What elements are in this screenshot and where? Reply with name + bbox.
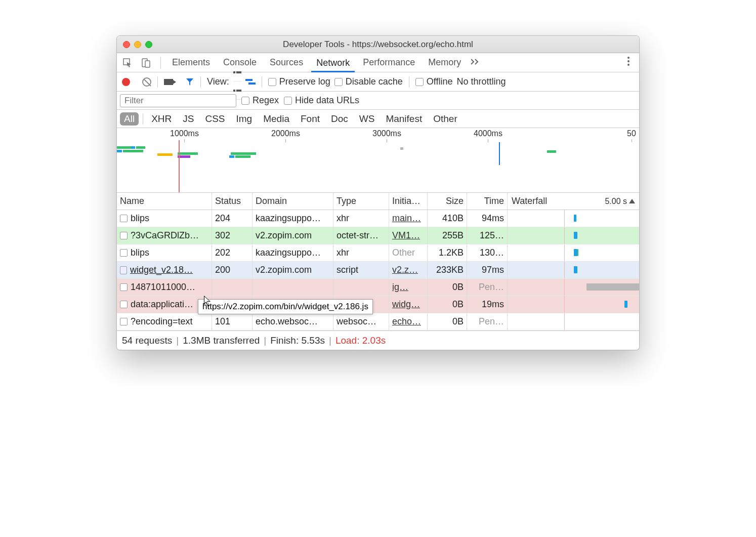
window-controls (123, 41, 152, 48)
preserve-log-toggle[interactable]: Preserve log (268, 76, 330, 87)
row-checkbox-icon (120, 283, 128, 291)
col-time[interactable]: Time (467, 193, 508, 210)
filter-css[interactable]: CSS (201, 112, 229, 126)
initiator-link[interactable]: main… (392, 213, 421, 224)
filter-all[interactable]: All (120, 112, 139, 126)
filter-xhr[interactable]: XHR (147, 112, 176, 126)
cell-size: 410B (428, 210, 467, 227)
cell-waterfall (508, 313, 639, 330)
svg-point-5 (627, 64, 629, 66)
col-initiator[interactable]: Initia… (389, 193, 428, 210)
maximize-icon[interactable] (145, 41, 152, 48)
table-row[interactable]: blips202kaazingsuppo…xhrOther1.2KB130… (117, 244, 639, 262)
more-tabs-icon[interactable] (471, 57, 481, 68)
initiator-link[interactable]: v2.z… (392, 265, 418, 275)
checkbox-icon (268, 78, 276, 86)
separator (262, 76, 262, 88)
tab-performance[interactable]: Performance (358, 53, 420, 72)
initiator-link[interactable]: VM1… (392, 230, 420, 241)
cell-initiator: VM1… (389, 227, 428, 244)
name-text: blips (131, 247, 149, 258)
cell-time: Pen… (467, 279, 508, 296)
filter-icon[interactable] (185, 77, 194, 87)
row-checkbox-icon (120, 232, 128, 239)
cell-waterfall (508, 210, 639, 227)
disable-cache-toggle[interactable]: Disable cache (334, 76, 403, 87)
table-row[interactable]: ?encoding=text101echo.websoc…websoc…echo… (117, 313, 639, 331)
filter-img[interactable]: Img (232, 112, 257, 126)
regex-label: Regex (253, 95, 279, 106)
svg-point-3 (627, 57, 629, 59)
initiator-link[interactable]: echo… (392, 316, 421, 327)
tab-memory[interactable]: Memory (423, 53, 466, 72)
waterfall-bar (574, 232, 577, 239)
throttling-select[interactable]: No throttling (457, 76, 506, 87)
tab-elements[interactable]: Elements (167, 53, 215, 72)
filter-media[interactable]: Media (259, 112, 293, 126)
hide-data-urls-label: Hide data URLs (295, 95, 359, 106)
checkbox-icon (241, 97, 249, 105)
capture-screenshot-icon[interactable] (164, 79, 173, 85)
filter-ws[interactable]: WS (355, 112, 379, 126)
devtools-window: Developer Tools - https://websocket.org/… (116, 35, 640, 350)
record-button[interactable] (122, 78, 130, 86)
tab-network[interactable]: Network (311, 54, 355, 72)
regex-toggle[interactable]: Regex (241, 95, 279, 106)
initiator-text: Other (392, 247, 415, 258)
cell-initiator: widg… (389, 296, 428, 313)
checkbox-icon (284, 97, 292, 105)
tick-label: 50 (627, 129, 636, 138)
waterfall-bar (574, 215, 576, 222)
clear-icon[interactable] (142, 77, 151, 87)
col-name[interactable]: Name (117, 193, 212, 210)
filter-font[interactable]: Font (297, 112, 324, 126)
filter-manifest[interactable]: Manifest (382, 112, 426, 126)
table-row[interactable]: 14871011000…ig…0BPen… (117, 279, 639, 296)
hide-data-urls-toggle[interactable]: Hide data URLs (284, 95, 359, 106)
panel-tabs: Elements Console Sources Network Perform… (117, 53, 639, 72)
col-status[interactable]: Status (212, 193, 253, 210)
table-row[interactable]: data:applicati…200fontwidg…0B19ms (117, 296, 639, 313)
separator (409, 76, 409, 88)
col-waterfall[interactable]: Waterfall 5.00 s (508, 193, 639, 210)
col-domain[interactable]: Domain (253, 193, 333, 210)
cell-domain: v2.zopim.com (253, 227, 333, 244)
initiator-link[interactable]: widg… (392, 299, 420, 310)
separator (143, 113, 143, 125)
overview-icon[interactable] (245, 79, 256, 85)
filter-other[interactable]: Other (429, 112, 461, 126)
device-toggle-icon[interactable] (139, 56, 152, 69)
cell-initiator: echo… (389, 313, 428, 330)
waterfall-bar (577, 249, 579, 256)
col-size[interactable]: Size (428, 193, 467, 210)
tab-sources[interactable]: Sources (265, 53, 308, 72)
close-icon[interactable] (123, 41, 130, 48)
table-row[interactable]: ?3vCaGRDlZb…302v2.zopim.comoctet-str…VM1… (117, 227, 639, 244)
separator (160, 57, 161, 69)
tick-label: 3000ms (372, 129, 401, 138)
kebab-menu-icon[interactable] (622, 56, 635, 69)
cell-initiator: Other (389, 244, 428, 261)
name-text: 14871011000… (131, 282, 195, 293)
cell-waterfall (508, 244, 639, 261)
minimize-icon[interactable] (134, 41, 141, 48)
filter-doc[interactable]: Doc (327, 112, 352, 126)
offline-toggle[interactable]: Offline (415, 76, 453, 87)
cell-time: 130… (467, 244, 508, 261)
cell-type: xhr (333, 210, 389, 227)
cell-status (212, 279, 253, 296)
col-type[interactable]: Type (333, 193, 389, 210)
waterfall-bar (574, 249, 577, 256)
cell-status: 302 (212, 227, 253, 244)
timeline-overview[interactable]: 1000ms 2000ms 3000ms 4000ms 50 (117, 128, 639, 193)
table-row[interactable]: widget_v2.18…200v2.zopim.comscriptv2.z…2… (117, 262, 639, 279)
cell-initiator: ig… (389, 279, 428, 296)
filter-input[interactable] (120, 94, 236, 107)
inspect-icon[interactable] (121, 56, 134, 69)
cell-type: octet-str… (333, 227, 389, 244)
table-row[interactable]: blips204kaazingsuppo…xhrmain…410B94ms (117, 210, 639, 227)
filter-js[interactable]: JS (179, 112, 198, 126)
cell-type: script (333, 262, 389, 278)
initiator-link[interactable]: ig… (392, 282, 408, 293)
cell-name: widget_v2.18… (117, 262, 212, 278)
